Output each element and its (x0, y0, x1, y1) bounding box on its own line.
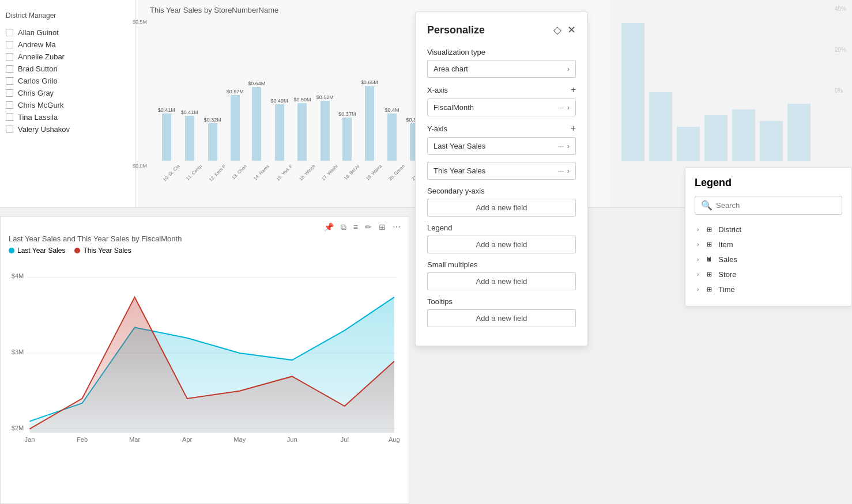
table-icon: ⊞ (704, 240, 714, 249)
bar-rect (321, 101, 330, 161)
bar-label-top: $0.41M (158, 107, 175, 113)
bar-x-label: 20. Green (388, 164, 406, 182)
table-icon: ⊞ (704, 270, 714, 279)
sidebar-item[interactable]: Allan Guinot (6, 26, 129, 39)
sidebar-item[interactable]: Tina Lassila (6, 111, 129, 123)
bar-rect (297, 103, 307, 161)
tr-y-labels: 40% 20% 0% (835, 6, 846, 94)
sidebar-item[interactable]: Carlos Grilo (6, 75, 129, 87)
expand-icon[interactable]: ⊞ (379, 222, 386, 232)
sidebar-checkbox[interactable] (6, 53, 13, 60)
x-mar: Mar (129, 436, 140, 443)
chevron-right-icon: › (567, 65, 570, 73)
y-label-2m: $2M (12, 425, 24, 431)
small-multiples-add-button[interactable]: Add a new field (427, 272, 576, 290)
close-button[interactable]: ✕ (567, 24, 576, 36)
bar-x-label: 14. Harris (252, 164, 270, 181)
bar-rect (252, 87, 261, 161)
x-axis-field-row[interactable]: FiscalMonth ··· › (427, 98, 576, 116)
y-axis-field-0-icons: ··· › (558, 142, 570, 150)
edit-icon[interactable]: ✏ (365, 222, 372, 232)
legend-field-item[interactable]: › ⊞ Time (695, 282, 842, 297)
bar-x-label: 19. Warra (365, 164, 383, 181)
copy-icon[interactable]: ⧉ (341, 222, 346, 232)
legend-field-label: Sales (718, 255, 737, 264)
legend-field-item[interactable]: › ⊞ District (695, 222, 842, 237)
y-axis-add-button[interactable]: + (571, 123, 576, 134)
viz-type-label: Visualization type (427, 48, 576, 56)
x-axis-add-button[interactable]: + (571, 85, 576, 95)
legend-field-label: District (718, 225, 741, 234)
sidebar-item[interactable]: Chris Gray (6, 87, 129, 99)
bar-col: $0.32M 12. Kent P (202, 117, 223, 169)
bar-x-label: 10. St. Cla (162, 164, 181, 183)
y-axis-field-row-0[interactable]: Last Year Sales ··· › (427, 137, 576, 155)
bar-col: $0.41M 10. St. Cla (156, 107, 177, 169)
y-axis-field-row-1[interactable]: This Year Sales ··· › (427, 162, 576, 180)
panel-header: Personalize ◇ ✕ (427, 24, 576, 36)
y-label-4m: $4M (12, 272, 24, 279)
tr-bar-2 (649, 92, 672, 161)
search-icon: 🔍 (701, 200, 712, 211)
legend-panel: Legend 🔍 › ⊞ District › ⊞ Item › 🖩 Sales… (685, 167, 852, 306)
secondary-y-add-button[interactable]: Add a new field (427, 199, 576, 217)
bar-col: $0.49M 15. York F (269, 98, 290, 169)
table-icon: ⊞ (704, 225, 714, 234)
y-axis: $0.0M $0.5M (133, 19, 147, 169)
sidebar-checkbox[interactable] (6, 126, 13, 133)
bar-rect (275, 104, 284, 161)
chevron-right-icon: › (697, 241, 699, 248)
sidebar-checkbox[interactable] (6, 29, 13, 36)
bar-rect (387, 113, 397, 161)
sidebar-item[interactable]: Valery Ushakov (6, 123, 129, 135)
legend-label-last-year: Last Year Sales (17, 247, 65, 255)
tooltips-label: Tooltips (427, 297, 576, 306)
chevron-right-icon: › (697, 226, 699, 233)
sidebar-checkbox[interactable] (6, 65, 13, 73)
search-input[interactable] (716, 201, 836, 210)
legend-field-label: Item (718, 240, 733, 249)
eraser-button[interactable]: ◇ (553, 24, 561, 36)
sidebar-item-name: Chris Gray (18, 89, 54, 97)
legend-field-item[interactable]: › ⊞ Item (695, 237, 842, 252)
bar-label-top: $0.32M (204, 117, 221, 123)
legend-search-box[interactable]: 🔍 (695, 196, 842, 215)
x-axis-label: X-axis (427, 86, 448, 94)
sidebar-item[interactable]: Chris McGurk (6, 99, 129, 111)
sidebar-title: District Manager (6, 12, 129, 20)
bar-rect (185, 116, 194, 161)
sidebar-item-name: Brad Sutton (18, 65, 58, 73)
bar-label-top: $0.50M (293, 97, 311, 103)
more-icon[interactable]: ⋯ (393, 222, 401, 232)
filter-icon[interactable]: ≡ (353, 222, 358, 232)
bar-rect (231, 95, 240, 161)
sidebar-checkbox[interactable] (6, 113, 13, 121)
tr-bar-1 (621, 23, 644, 161)
sidebar-item[interactable]: Andrew Ma (6, 39, 129, 51)
sidebar-item[interactable]: Brad Sutton (6, 63, 129, 75)
sidebar-item-name: Allan Guinot (18, 28, 59, 37)
bar-x-label: 11. Centu (186, 164, 203, 181)
legend-field-item[interactable]: › ⊞ Store (695, 267, 842, 282)
sidebar-checkbox[interactable] (6, 89, 13, 97)
legend-field-item[interactable]: › 🖩 Sales (695, 252, 842, 267)
area-chart-svg: $4M $3M $2M Jan Feb Mar (6, 259, 403, 449)
dots-icon-y1: ··· (558, 167, 564, 175)
sidebar-checkbox[interactable] (6, 41, 13, 48)
legend-last-year: Last Year Sales (9, 247, 65, 255)
viz-type-value: Area chart (433, 65, 468, 73)
bar-label-top: $0.64M (248, 81, 265, 86)
legend-add-button[interactable]: Add a new field (427, 236, 576, 253)
bar-x-label: 15. York F (275, 164, 293, 182)
bar-label-top: $0.52M (316, 94, 334, 100)
y-axis-header: Y-axis + (427, 123, 576, 134)
pin-icon[interactable]: 📌 (324, 222, 334, 232)
sidebar-checkbox[interactable] (6, 101, 13, 109)
bar-label-top: $0.65M (361, 79, 378, 85)
tooltips-add-button[interactable]: Add a new field (427, 309, 576, 327)
sidebar-checkbox[interactable] (6, 77, 13, 85)
sidebar-item[interactable]: Annelie Zubar (6, 51, 129, 63)
small-multiples-label: Small multiples (427, 260, 576, 269)
viz-type-dropdown[interactable]: Area chart › (427, 60, 576, 78)
chevron-right-icon: › (697, 271, 699, 278)
